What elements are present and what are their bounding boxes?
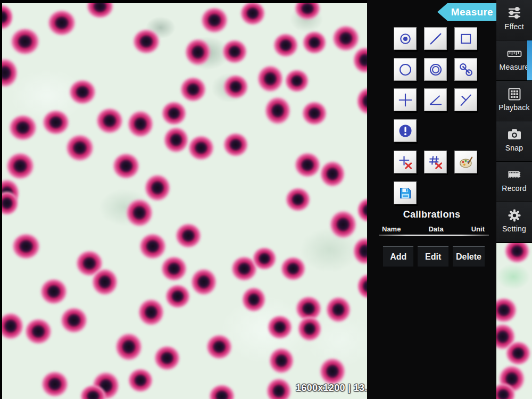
line-icon — [428, 31, 444, 47]
blood-cell — [263, 95, 292, 126]
info-tool-button[interactable] — [394, 119, 417, 142]
point-icon — [397, 31, 413, 47]
blood-cell — [207, 383, 236, 399]
blood-cell — [293, 0, 322, 21]
blood-cell — [221, 38, 248, 65]
blood-cell — [266, 314, 294, 340]
tab-label: Effect — [504, 22, 524, 31]
blood-cell — [222, 73, 250, 100]
two-circles-tool-button[interactable] — [454, 58, 477, 81]
tab-measure[interactable]: Measure — [496, 40, 532, 80]
blood-cell — [126, 109, 155, 139]
grid-icon — [506, 86, 522, 103]
blood-cell — [174, 222, 203, 250]
tab-label: Playback — [498, 103, 529, 112]
measure-tag: Measure — [437, 3, 496, 21]
tab-playback[interactable]: Playback — [496, 81, 532, 121]
blood-cell — [200, 6, 229, 35]
circle-icon — [397, 62, 413, 78]
blood-cell — [127, 367, 154, 394]
letterbox-left — [0, 0, 2, 399]
blood-cell — [39, 277, 69, 306]
concentric-circles-tool-button[interactable] — [424, 58, 447, 81]
blood-cell — [40, 370, 70, 398]
blood-cell — [187, 134, 215, 162]
microscope-app: 1600x1200 | 13.79 fps Measure Calibratio… — [0, 0, 532, 399]
letterbox-top — [0, 0, 367, 3]
blood-cell — [114, 331, 144, 362]
blood-cell — [301, 100, 328, 127]
circle-tool-button[interactable] — [394, 58, 417, 81]
blood-cell — [138, 232, 168, 261]
tab-label: Setting — [502, 225, 526, 233]
blood-cell — [328, 209, 358, 240]
blood-cell — [9, 27, 41, 56]
point-tool-button[interactable] — [394, 27, 417, 50]
measure-tag-label: Measure — [451, 6, 493, 18]
two-circles-icon — [458, 62, 474, 78]
cross-tool-button[interactable] — [394, 88, 417, 111]
save-icon — [397, 185, 413, 201]
active-tab-indicator — [527, 40, 532, 80]
color-palette-tool-button[interactable] — [454, 151, 477, 173]
palette-icon — [458, 154, 474, 170]
tab-setting[interactable]: Setting — [496, 202, 532, 242]
blood-cell — [164, 283, 192, 310]
blood-cell — [64, 133, 95, 163]
rectangle-icon — [458, 31, 474, 47]
tab-effect[interactable]: Effect — [496, 0, 532, 40]
blood-cell — [284, 68, 310, 94]
blood-cell — [318, 356, 347, 386]
blood-cell — [240, 286, 267, 313]
delete-selected-tool-button[interactable] — [394, 151, 417, 173]
blood-cell — [143, 173, 172, 203]
line-tool-button[interactable] — [424, 27, 447, 50]
blood-cell — [0, 311, 25, 341]
calibrations-divider — [379, 235, 489, 236]
blood-cell — [5, 151, 36, 181]
blood-cell — [162, 126, 190, 154]
blood-cell — [301, 30, 328, 55]
blood-cell — [251, 246, 278, 271]
angle-tool-button[interactable] — [424, 88, 447, 111]
blood-cell — [46, 9, 77, 37]
film-icon — [506, 167, 522, 184]
blood-cell — [184, 37, 212, 67]
rectangle-tool-button[interactable] — [454, 27, 477, 50]
blood-cell — [256, 64, 285, 94]
add-button[interactable]: Add — [383, 246, 413, 267]
blood-cell — [265, 377, 293, 399]
cross-icon — [397, 92, 413, 108]
calibrations-column-data: Data — [428, 225, 443, 233]
tab-snap[interactable]: Snap — [496, 121, 532, 161]
three-point-angle-tool-button[interactable] — [454, 88, 477, 111]
gear-icon — [506, 207, 522, 224]
blood-cell — [124, 197, 154, 228]
blood-cell — [11, 232, 41, 261]
blood-cell — [111, 152, 141, 180]
blood-cell — [153, 344, 181, 372]
blood-cell — [325, 295, 352, 324]
concentric-circles-icon — [428, 62, 444, 78]
ruler-icon — [506, 45, 522, 62]
camera-icon — [506, 126, 522, 143]
delete-all-tool-button[interactable] — [424, 151, 447, 173]
blood-cell — [160, 255, 188, 282]
tab-record[interactable]: Record — [496, 162, 532, 202]
edit-button[interactable]: Edit — [418, 246, 448, 267]
blood-cell — [222, 131, 250, 158]
blood-cell — [272, 32, 300, 59]
blood-cell — [7, 113, 38, 142]
save-tool-button[interactable] — [394, 181, 417, 204]
blood-cell — [279, 255, 307, 282]
calibrations-header-row: NameDataUnit — [382, 225, 485, 233]
blood-cell — [95, 106, 124, 135]
blood-cell — [0, 3, 14, 31]
info-icon — [397, 123, 413, 139]
delete-button[interactable]: Delete — [453, 246, 485, 267]
delete-cross-icon — [397, 154, 413, 170]
tab-label: Measure — [500, 63, 529, 71]
calibrations-title: Calibrations — [367, 209, 496, 220]
three-point-angle-icon — [458, 92, 474, 108]
blood-cell — [268, 346, 295, 375]
